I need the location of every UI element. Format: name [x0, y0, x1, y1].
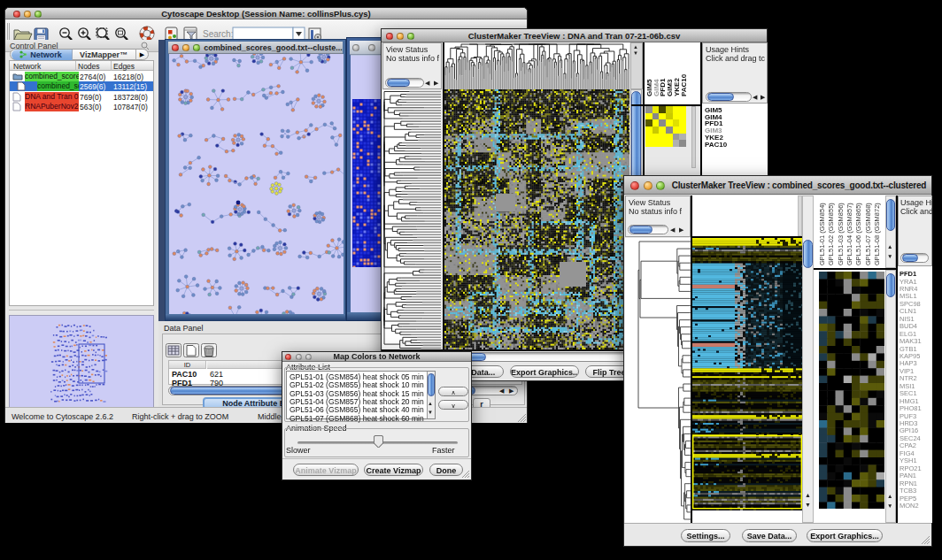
svg-text:Search:: Search: — [203, 29, 233, 39]
